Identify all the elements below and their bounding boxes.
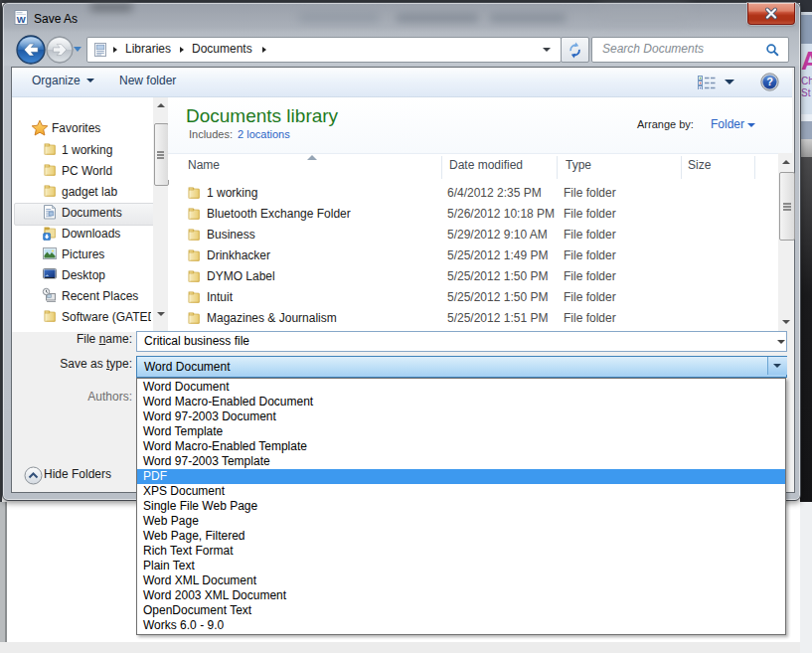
svg-text:?: ? (766, 76, 773, 87)
svg-text:W: W (17, 14, 26, 25)
